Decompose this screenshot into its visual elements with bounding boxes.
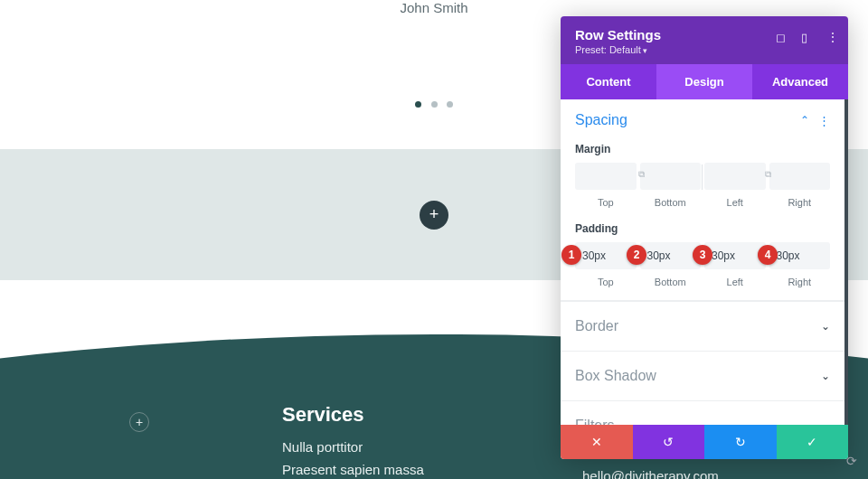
padding-bottom-input[interactable] (640, 242, 702, 269)
section-title-spacing[interactable]: Spacing (575, 112, 627, 128)
panel-tabs: Content Design Advanced (561, 64, 848, 99)
undo-button[interactable]: ↺ (633, 425, 705, 459)
callout-pin-2: 2 (627, 245, 646, 265)
panel-footer: ✕ ↺ ↻ ✓ (561, 425, 848, 459)
padding-inputs: 1 2 3 4 Top Bottom Left Right (575, 242, 830, 287)
section-border[interactable]: Border ⌄ (561, 301, 844, 351)
margin-label: Margin (575, 143, 830, 155)
section-menu-icon[interactable]: ⋮ (818, 114, 830, 127)
chevron-down-icon: ⌄ (821, 320, 830, 333)
section-title-box-shadow: Box Shadow (575, 368, 656, 384)
panel-header: Row Settings Preset: Default (561, 16, 848, 64)
author-name: John Smith (0, 0, 868, 15)
services-item: Nulla porttitor (282, 439, 424, 455)
footer-email[interactable]: hello@divitherapy.com (582, 468, 719, 479)
panel-body: Spacing ⌃ ⋮ Margin ⧉ ⧉ Top Bottom Left R… (561, 99, 848, 425)
split-view-icon[interactable] (801, 29, 814, 42)
padding-right-input[interactable] (769, 242, 831, 269)
padding-left-input[interactable] (704, 242, 766, 269)
section-title-border: Border (575, 318, 618, 334)
tab-design[interactable]: Design (656, 64, 752, 99)
carousel-dot[interactable] (431, 101, 438, 108)
services-block: Services Nulla porttitor Praesent sapien… (282, 403, 424, 479)
side-label: Right (769, 277, 831, 287)
tab-advanced[interactable]: Advanced (752, 64, 848, 99)
more-menu-icon[interactable] (826, 29, 839, 42)
preset-dropdown[interactable]: Preset: Default (575, 44, 834, 55)
chevron-down-icon: ⌄ (821, 370, 830, 382)
section-spacing: Spacing ⌃ ⋮ Margin ⧉ ⧉ Top Bottom Left R… (561, 99, 844, 301)
callout-pin-1: 1 (561, 245, 581, 265)
section-filters[interactable]: Filters ⌄ (561, 400, 844, 425)
divider (702, 164, 703, 190)
section-title-filters: Filters (575, 418, 615, 425)
services-item: Praesent sapien massa (282, 462, 424, 477)
cancel-button[interactable]: ✕ (561, 425, 633, 459)
add-section-button[interactable]: + (420, 201, 448, 230)
margin-left-input[interactable] (704, 163, 766, 190)
side-label: Left (704, 277, 766, 287)
side-label: Top (575, 197, 637, 208)
recycle-icon[interactable]: ⟳ (846, 454, 863, 470)
margin-top-input[interactable] (575, 163, 637, 190)
expand-icon[interactable] (776, 29, 788, 42)
add-module-button[interactable]: + (129, 412, 149, 432)
save-button[interactable]: ✓ (777, 425, 849, 459)
carousel-dot[interactable] (415, 101, 421, 108)
margin-right-input[interactable] (769, 163, 831, 190)
side-label: Top (575, 277, 637, 287)
margin-inputs: ⧉ ⧉ Top Bottom Left Right (575, 163, 830, 208)
padding-label: Padding (575, 222, 830, 235)
callout-pin-3: 3 (693, 245, 712, 265)
tab-content[interactable]: Content (561, 64, 656, 99)
callout-pin-4: 4 (758, 245, 778, 265)
row-settings-panel: Row Settings Preset: Default Content Des… (561, 16, 848, 459)
side-label: Bottom (640, 197, 702, 208)
side-label: Left (704, 197, 766, 208)
margin-bottom-input[interactable] (640, 163, 702, 190)
chevron-up-icon[interactable]: ⌃ (800, 114, 809, 127)
carousel-dot[interactable] (447, 101, 453, 108)
services-heading: Services (282, 403, 424, 427)
side-label: Right (769, 197, 831, 208)
redo-button[interactable]: ↻ (704, 425, 777, 459)
section-box-shadow[interactable]: Box Shadow ⌄ (561, 351, 844, 400)
side-label: Bottom (640, 277, 702, 287)
